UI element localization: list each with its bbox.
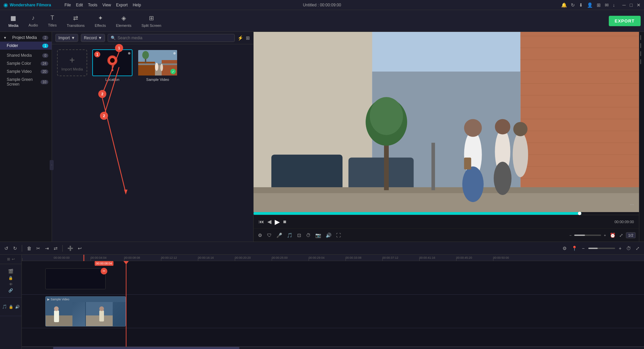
crop-icon[interactable]: ⊡	[296, 232, 302, 239]
camera-icon[interactable]: 📷	[314, 232, 322, 239]
timeline-ruler[interactable]: 00:00:00:00 00:00:04:04 00:00:08:08 00:0…	[22, 255, 644, 261]
sync-icon[interactable]: ↻	[571, 2, 575, 8]
sidebar-item-sample-video[interactable]: Sample Video 20	[0, 67, 52, 76]
timeline-settings-icon[interactable]: ⚙	[561, 245, 568, 252]
tool-split-screen[interactable]: ⊞ Split Screen	[137, 13, 166, 29]
timeline-zoom-out[interactable]: −	[581, 245, 586, 252]
location-media-thumb[interactable]: 1 ⊕ Location	[92, 49, 132, 82]
sample-video-thumb[interactable]: ⊕ ✓ Sample Video	[138, 49, 178, 82]
sidebar-item-shared-media[interactable]: Shared Media 0	[0, 51, 52, 59]
zoom-out-icon[interactable]: −	[569, 232, 573, 238]
volume-icon[interactable]: 🔊	[325, 232, 332, 239]
filter-button[interactable]: ⚡	[237, 35, 243, 41]
video-track-lock-icon[interactable]: 🔒	[8, 276, 13, 280]
cut-button[interactable]: ✂	[35, 245, 41, 252]
account-icon[interactable]: 👤	[587, 2, 593, 8]
timer-icon[interactable]: ⏱	[305, 232, 312, 239]
menu-view[interactable]: View	[102, 3, 111, 7]
sidebar-item-sample-color[interactable]: Sample Color 24	[0, 59, 52, 67]
right-panel-icon-3[interactable]: ▎	[640, 51, 643, 56]
import-media-button[interactable]: + Import Media	[57, 49, 87, 76]
audio-track-icon[interactable]: 🎵	[2, 304, 7, 309]
import-dropdown[interactable]: Import ▼	[55, 34, 78, 42]
menu-help[interactable]: Help	[133, 3, 141, 7]
tool-elements[interactable]: ◈ Elements	[111, 13, 137, 29]
tool-media[interactable]: ▦ Media	[3, 13, 23, 29]
tool-titles[interactable]: T Titles	[43, 13, 62, 29]
right-panel-icon-1[interactable]: ▎	[640, 35, 643, 40]
close-button[interactable]: ✕	[637, 2, 641, 8]
zoom-in-icon[interactable]: +	[603, 232, 607, 238]
redo-button[interactable]: ↻	[12, 245, 18, 252]
tool-audio[interactable]: ♪ Audio	[23, 13, 43, 29]
music-icon[interactable]: 🎵	[286, 232, 293, 239]
notifications-icon[interactable]: 🔔	[561, 2, 567, 8]
mail-icon[interactable]: ✉	[605, 2, 609, 8]
timeline-scrollbar[interactable]	[22, 347, 644, 349]
timeline-right-controls: ⚙ 📍 − + ⏱ ⤢	[561, 245, 641, 252]
audio-split-button[interactable]: ⇄	[53, 245, 59, 252]
play-button[interactable]: ▶	[275, 218, 280, 226]
zoom-slider[interactable]	[574, 235, 601, 236]
playhead-scissors-icon[interactable]: ✂	[101, 268, 107, 275]
video-track-eye-icon[interactable]: 👁	[9, 282, 13, 286]
download-icon[interactable]: ⬇	[579, 2, 583, 8]
search-bar[interactable]: 🔍	[108, 34, 235, 42]
frame-back-button[interactable]: ◀	[267, 218, 271, 225]
download2-icon[interactable]: ↓	[613, 2, 615, 8]
clock-icon[interactable]: ⏰	[609, 232, 616, 239]
view-toggle-button[interactable]: ⊞	[246, 35, 250, 41]
menu-file[interactable]: File	[64, 3, 71, 7]
clip-frame-preview-1	[46, 302, 72, 326]
tool-transitions[interactable]: ⇄ Transitions	[62, 13, 90, 29]
shield-icon[interactable]: 🛡	[266, 232, 273, 239]
ruler-tick-3	[161, 258, 161, 261]
export-button[interactable]: EXPORT	[609, 16, 641, 26]
tool-effects[interactable]: ✦ Effects	[90, 13, 111, 29]
maximize-button[interactable]: □	[630, 2, 633, 8]
sidebar-collapse-button[interactable]: ‹	[50, 160, 54, 170]
sample-video-clip[interactable]: ▶ Sample Video	[45, 296, 126, 327]
sidebar-item-folder[interactable]: Folder 1	[0, 42, 52, 50]
right-panel-icon-2[interactable]: ▎	[640, 43, 643, 48]
settings-icon[interactable]: ⚙	[257, 232, 263, 239]
fullscreen-icon[interactable]: ⛶	[335, 232, 342, 239]
svg-point-9	[155, 63, 158, 71]
menu-edit[interactable]: Edit	[76, 3, 83, 7]
delete-button[interactable]: 🗑	[26, 245, 33, 252]
timeline-zoom-in[interactable]: +	[618, 245, 623, 252]
right-panel-icon-4[interactable]: ▎	[640, 59, 643, 64]
stop-button[interactable]: ■	[283, 219, 286, 225]
minimize-button[interactable]: ─	[623, 2, 626, 8]
import-label: Import	[58, 36, 70, 40]
loop-button[interactable]: ↩	[77, 245, 83, 252]
track-loop-icon[interactable]: ↩	[12, 257, 15, 261]
mic-icon[interactable]: 🎤	[275, 232, 283, 239]
step-back-button[interactable]: ⏮	[259, 219, 264, 225]
timeline-zoom-slider[interactable]	[588, 248, 615, 249]
project-media-header[interactable]: ▼ Project Media 2	[0, 34, 52, 42]
audio-track-volume-icon[interactable]: 🔊	[15, 305, 20, 309]
playback-speed[interactable]: 1/2	[626, 232, 636, 238]
timeline-clock-icon[interactable]: ⏱	[625, 245, 632, 252]
timeline-marker-icon[interactable]: 📍	[571, 245, 578, 252]
add-track-button[interactable]: ➕	[66, 245, 74, 252]
preview-timeline-bar[interactable]	[254, 212, 639, 215]
menu-export[interactable]: Export	[116, 3, 128, 7]
video-track-link-icon[interactable]: 🔗	[8, 288, 13, 293]
sidebar-item-sample-green-screen[interactable]: Sample Green Screen 10	[0, 76, 52, 88]
undo-button[interactable]: ↺	[3, 245, 9, 252]
preview-scrubber[interactable]	[578, 212, 581, 215]
track-add-icon[interactable]: ⊞	[7, 257, 10, 261]
menu-tools[interactable]: Tools	[88, 3, 97, 7]
search-input[interactable]	[117, 36, 232, 40]
ripple-button[interactable]: ⇥	[44, 245, 50, 252]
record-dropdown[interactable]: Record ▼	[81, 34, 105, 42]
svg-point-64	[99, 306, 104, 311]
timeline-expand-icon[interactable]: ⤢	[635, 245, 641, 252]
expand-icon[interactable]: ⤢	[618, 232, 624, 239]
share-icon[interactable]: ⊞	[597, 2, 601, 8]
video-track-camera-icon[interactable]: 🎬	[8, 269, 13, 274]
timeline-scroll-thumb[interactable]	[53, 347, 240, 349]
audio-track-lock-icon[interactable]: 🔒	[9, 305, 13, 309]
